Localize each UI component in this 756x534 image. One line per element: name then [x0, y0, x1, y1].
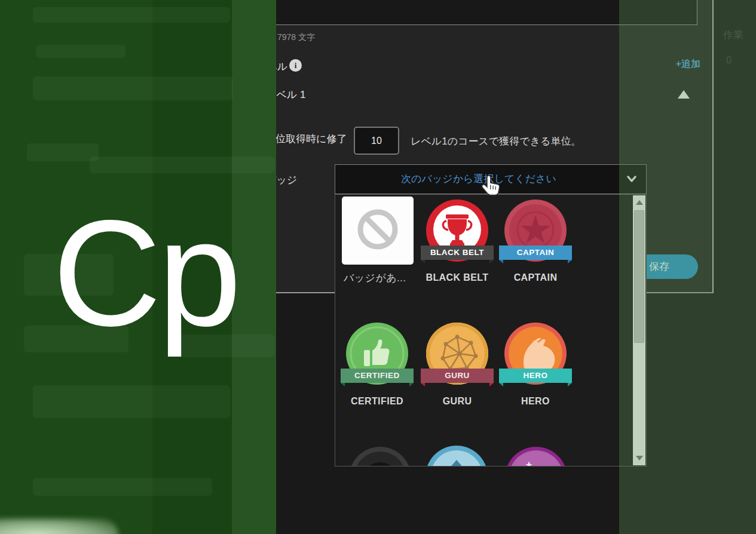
- credits-input[interactable]: [354, 127, 399, 155]
- credits-label: 単位取得時に修了: [265, 132, 347, 146]
- badge-option-gray[interactable]: [349, 447, 411, 467]
- badge-option-label: BLACK BELT: [421, 272, 493, 283]
- info-icon[interactable]: i: [289, 59, 302, 72]
- char-counter: 7978 文字: [277, 32, 315, 43]
- badge-option-label: CAPTAIN: [500, 272, 571, 283]
- badge-option-none[interactable]: [342, 197, 414, 265]
- badge-option-black-belt[interactable]: BLACK BELT: [426, 200, 488, 262]
- badge-option-label: GURU: [421, 396, 493, 407]
- badge-select-placeholder: 次のバッジから選択してください: [335, 165, 622, 194]
- credits-hint: レベル1のコースで獲得できる単位。: [411, 134, 581, 148]
- captivate-logo: Cp: [53, 198, 238, 349]
- badge-option-hero[interactable]: HERO: [504, 323, 567, 385]
- badge-option-certified[interactable]: CERTIFIED: [346, 323, 408, 385]
- screen: 7978 文字 レベル i +追加 レベル 1 単位取得時に修了 レベル1のコー…: [0, 0, 756, 534]
- captain-ribbon: CAPTAIN: [499, 245, 572, 260]
- green-overlay-right: [619, 0, 756, 534]
- badge-option-guru[interactable]: GURU: [426, 323, 488, 385]
- badge-option-purple[interactable]: [505, 447, 567, 467]
- mouse-cursor: [482, 174, 500, 201]
- badge-option-label: HERO: [500, 396, 571, 407]
- badge-option-label: バッジがあ...: [344, 271, 421, 285]
- hero-ribbon: HERO: [499, 369, 572, 383]
- badge-option-captain[interactable]: CAPTAIN: [504, 200, 567, 262]
- badge-option-blue[interactable]: [426, 446, 488, 467]
- badge-option-label: CERTIFIED: [341, 396, 413, 407]
- prohibition-icon: [342, 197, 414, 265]
- certified-ribbon: CERTIFIED: [341, 369, 414, 383]
- badge-dropdown-panel: バッジがあ... BLACK BELT BLACK BELT: [335, 194, 647, 467]
- corner-glow: [0, 518, 118, 534]
- guru-ribbon: GURU: [421, 369, 494, 383]
- black-belt-ribbon: BLACK BELT: [421, 245, 494, 260]
